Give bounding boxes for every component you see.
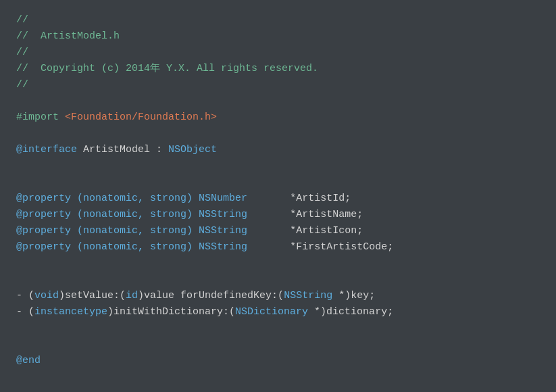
code-line-method1: - (void)setValue:(id)value forUndefinedK… — [16, 288, 540, 304]
code-line-3: // — [16, 45, 540, 61]
code-line-prop2: @property (nonatomic, strong) NSString *… — [16, 207, 540, 223]
code-line-2: // ArtistModel.h — [16, 28, 540, 45]
code-line-5: // — [16, 77, 540, 93]
code-line-4: // Copyright (c) 2014年 Y.X. All rights r… — [16, 61, 540, 77]
empty-line-7 — [16, 320, 540, 337]
code-line-end: @end — [16, 353, 540, 369]
code-line-method2: - (instancetype)initWithDictionary:(NSDi… — [16, 304, 540, 320]
code-line-interface: @interface ArtistModel : NSObject — [16, 142, 540, 158]
code-line-prop3: @property (nonatomic, strong) NSString *… — [16, 223, 540, 239]
code-editor: // // ArtistModel.h // // Copyright (c) … — [0, 0, 556, 392]
code-line-import: #import <Foundation/Foundation.h> — [16, 109, 540, 126]
empty-line-6 — [16, 272, 540, 288]
code-line-prop4: @property (nonatomic, strong) NSString *… — [16, 239, 540, 255]
empty-line-8 — [16, 337, 540, 353]
empty-line-2 — [16, 126, 540, 142]
empty-line-3 — [16, 158, 540, 174]
code-line-prop1: @property (nonatomic, strong) NSNumber *… — [16, 191, 540, 207]
code-line-1: // — [16, 12, 540, 28]
empty-line-5 — [16, 255, 540, 272]
empty-line-4 — [16, 174, 540, 191]
empty-line-1 — [16, 93, 540, 109]
